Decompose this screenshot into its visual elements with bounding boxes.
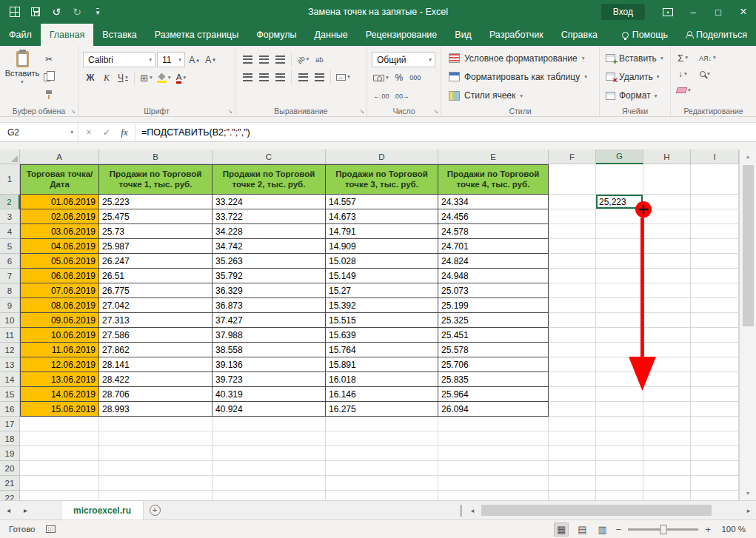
cell-F17[interactable] bbox=[549, 417, 596, 431]
cell-B15[interactable]: 28.706 bbox=[99, 387, 213, 402]
name-box-dropdown-icon[interactable]: ▾ bbox=[70, 130, 73, 135]
row-header-7[interactable]: 7 bbox=[0, 269, 20, 283]
cell-I3[interactable] bbox=[691, 209, 739, 224]
vertical-scroll-thumb[interactable] bbox=[743, 165, 754, 326]
row-header-8[interactable]: 8 bbox=[0, 283, 20, 298]
cell-E17[interactable] bbox=[438, 417, 549, 431]
cell-G2[interactable]: 25,223 bbox=[596, 195, 643, 209]
cell-I7[interactable] bbox=[691, 269, 739, 283]
cell-H8[interactable] bbox=[643, 283, 691, 298]
cell-G19[interactable] bbox=[596, 446, 643, 461]
new-sheet-button[interactable]: + bbox=[144, 505, 166, 516]
cell-B10[interactable]: 27.313 bbox=[99, 313, 213, 328]
cell-B4[interactable]: 25.73 bbox=[99, 224, 213, 239]
cell-G12[interactable] bbox=[596, 343, 643, 357]
column-header-E[interactable]: E bbox=[438, 149, 549, 164]
cell-E1[interactable]: Продажи по Торговой точке 4, тыс. руб. bbox=[438, 164, 549, 195]
cell-H4[interactable] bbox=[643, 224, 691, 239]
row-header-16[interactable]: 16 bbox=[0, 402, 20, 417]
insert-cells-button[interactable]: Вставить ▾ bbox=[604, 49, 667, 67]
cell-B17[interactable] bbox=[99, 417, 213, 431]
cell-F10[interactable] bbox=[549, 313, 596, 328]
zoom-slider[interactable] bbox=[628, 528, 698, 531]
maximize-button[interactable]: □ bbox=[706, 0, 731, 24]
cell-I14[interactable] bbox=[691, 372, 739, 387]
cell-E12[interactable]: 25.578 bbox=[438, 343, 549, 357]
cell-A11[interactable]: 10.06.2019 bbox=[20, 328, 99, 343]
cell-F6[interactable] bbox=[549, 254, 596, 269]
column-header-D[interactable]: D bbox=[326, 149, 438, 164]
cell-D13[interactable]: 15.891 bbox=[326, 357, 438, 372]
cell-B19[interactable] bbox=[99, 446, 213, 461]
cell-D19[interactable] bbox=[326, 446, 438, 461]
cell-C17[interactable] bbox=[213, 417, 326, 431]
cell-F14[interactable] bbox=[549, 372, 596, 387]
cell-C22[interactable] bbox=[213, 491, 326, 500]
cell-A19[interactable] bbox=[20, 446, 99, 461]
cell-E11[interactable]: 25.451 bbox=[438, 328, 549, 343]
cell-D10[interactable]: 15.515 bbox=[326, 313, 438, 328]
accounting-format-button[interactable]: ▾ bbox=[372, 70, 390, 85]
cell-I18[interactable] bbox=[691, 431, 739, 446]
cell-H17[interactable] bbox=[643, 417, 691, 431]
zoom-in-button[interactable]: + bbox=[705, 524, 711, 535]
cell-H11[interactable] bbox=[643, 328, 691, 343]
cell-F8[interactable] bbox=[549, 283, 596, 298]
cell-B14[interactable]: 28.422 bbox=[99, 372, 213, 387]
cell-C3[interactable]: 33.722 bbox=[213, 209, 326, 224]
cell-E20[interactable] bbox=[438, 461, 549, 476]
row-header-18[interactable]: 18 bbox=[0, 431, 20, 446]
cell-A7[interactable]: 06.06.2019 bbox=[20, 269, 99, 283]
close-button[interactable]: × bbox=[731, 0, 756, 24]
cell-I19[interactable] bbox=[691, 446, 739, 461]
tab-formulas[interactable]: Формулы bbox=[247, 24, 305, 46]
cell-I2[interactable] bbox=[691, 195, 739, 209]
cell-I9[interactable] bbox=[691, 298, 739, 313]
cell-C2[interactable]: 33.224 bbox=[213, 195, 326, 209]
cell-B1[interactable]: Продажи по Торговой точке 1, тыс. руб. bbox=[99, 164, 213, 195]
horizontal-scroll-thumb[interactable] bbox=[481, 505, 712, 516]
cell-F21[interactable] bbox=[549, 476, 596, 491]
cell-D2[interactable]: 14.557 bbox=[326, 195, 438, 209]
cell-B16[interactable]: 28.993 bbox=[99, 402, 213, 417]
cell-H21[interactable] bbox=[643, 476, 691, 491]
row-header-3[interactable]: 3 bbox=[0, 209, 20, 224]
font-dialog-launcher[interactable]: ↘ bbox=[227, 109, 233, 115]
format-cells-button[interactable]: Формат ▾ bbox=[604, 87, 667, 105]
cell-G22[interactable] bbox=[596, 491, 643, 500]
cell-D16[interactable]: 16.275 bbox=[326, 402, 438, 417]
sort-filter-button[interactable]: ▾ bbox=[698, 50, 717, 65]
tab-view[interactable]: Вид bbox=[446, 24, 481, 46]
row-header-19[interactable]: 19 bbox=[0, 446, 20, 461]
cell-G21[interactable] bbox=[596, 476, 643, 491]
cell-E18[interactable] bbox=[438, 431, 549, 446]
cell-D8[interactable]: 15.27 bbox=[326, 283, 438, 298]
formula-input[interactable]: =ПОДСТАВИТЬ(B2;".";",") bbox=[136, 123, 756, 141]
copy-button[interactable]: ▾ bbox=[41, 70, 56, 84]
cell-D7[interactable]: 15.149 bbox=[326, 269, 438, 283]
cell-F13[interactable] bbox=[549, 357, 596, 372]
cell-E21[interactable] bbox=[438, 476, 549, 491]
horizontal-scrollbar[interactable]: ◂ ▸ bbox=[460, 501, 756, 519]
row-header-2[interactable]: 2 bbox=[0, 195, 20, 209]
cell-D5[interactable]: 14.909 bbox=[326, 239, 438, 254]
find-select-button[interactable]: ▾ bbox=[698, 67, 712, 81]
cell-F1[interactable] bbox=[549, 164, 596, 195]
cell-B18[interactable] bbox=[99, 431, 213, 446]
cell-B11[interactable]: 27.586 bbox=[99, 328, 213, 343]
cell-F11[interactable] bbox=[549, 328, 596, 343]
excel-logo-icon[interactable] bbox=[6, 3, 24, 21]
sign-in-button[interactable]: Вход bbox=[601, 4, 645, 20]
cell-H6[interactable] bbox=[643, 254, 691, 269]
cell-G17[interactable] bbox=[596, 417, 643, 431]
cell-B7[interactable]: 26.51 bbox=[99, 269, 213, 283]
column-header-C[interactable]: C bbox=[213, 149, 326, 164]
cell-E22[interactable] bbox=[438, 491, 549, 500]
cell-G11[interactable] bbox=[596, 328, 643, 343]
cell-B13[interactable]: 28.141 bbox=[99, 357, 213, 372]
cell-H3[interactable] bbox=[643, 209, 691, 224]
cell-D22[interactable] bbox=[326, 491, 438, 500]
scroll-left-button[interactable]: ◂ bbox=[465, 507, 480, 514]
paste-button[interactable]: Вставить ▾ bbox=[4, 49, 40, 105]
row-header-15[interactable]: 15 bbox=[0, 387, 20, 402]
